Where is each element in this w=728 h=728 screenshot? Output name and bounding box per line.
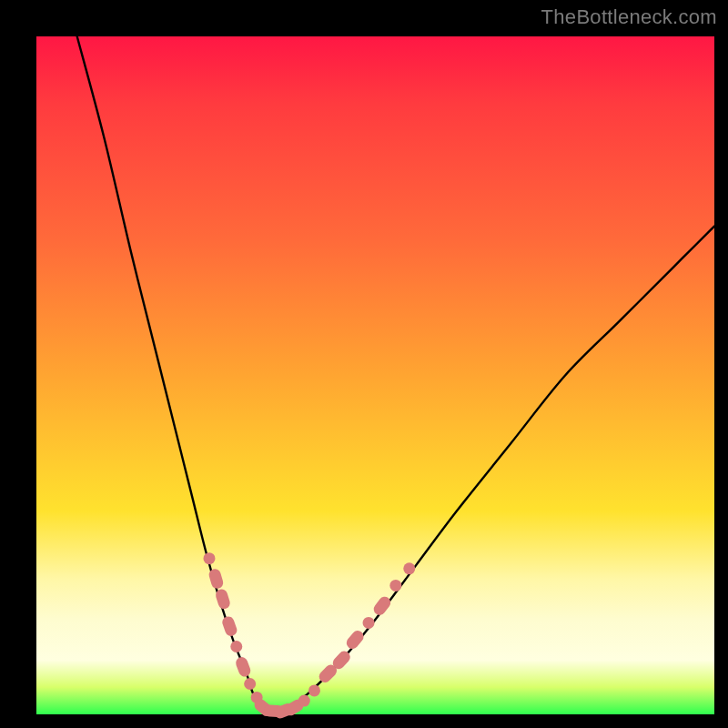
- marker-dots-group: [203, 552, 415, 720]
- plot-area: [36, 36, 714, 714]
- marker-dot: [403, 562, 415, 574]
- chart-frame: TheBottleneck.com: [0, 0, 728, 728]
- marker-dot: [363, 617, 375, 629]
- watermark-text: TheBottleneck.com: [541, 5, 717, 29]
- marker-dot: [230, 641, 242, 652]
- marker-pill: [371, 594, 393, 617]
- marker-dot: [308, 684, 320, 696]
- marker-pill: [221, 615, 239, 638]
- marker-pill: [344, 628, 366, 651]
- marker-dot: [203, 552, 215, 564]
- marker-dot: [389, 580, 401, 592]
- marker-pill: [234, 655, 252, 678]
- marker-dot: [244, 678, 256, 690]
- curve-svg: [36, 36, 714, 714]
- bottleneck-curve: [77, 36, 714, 711]
- marker-dot: [298, 695, 310, 707]
